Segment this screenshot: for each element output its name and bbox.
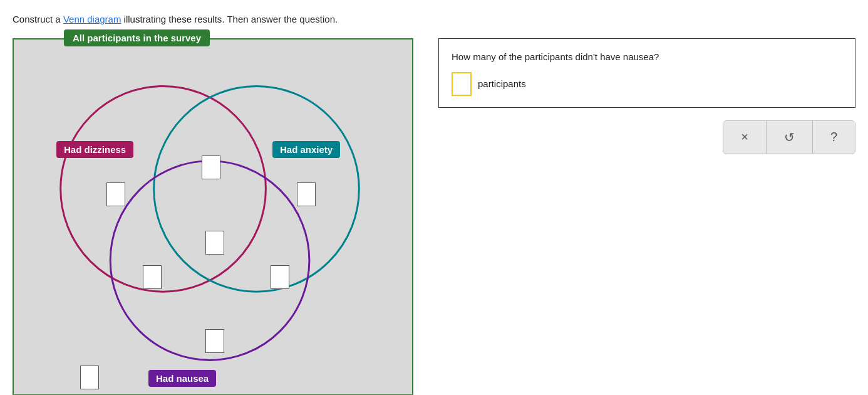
clear-icon: × xyxy=(741,130,748,144)
right-panel: How many of the participants didn't have… xyxy=(438,38,855,154)
input-anxiety-nausea[interactable] xyxy=(271,265,289,289)
venn-diagram-link[interactable]: Venn diagram xyxy=(63,14,121,24)
input-dizziness-nausea[interactable] xyxy=(143,265,162,289)
input-only-nausea[interactable] xyxy=(205,329,224,353)
question-text: How many of the participants didn't have… xyxy=(452,50,842,63)
input-all-three[interactable] xyxy=(205,231,224,255)
nausea-label: Had nausea xyxy=(148,370,216,387)
undo-icon: ↺ xyxy=(784,130,795,145)
dizziness-label: Had dizziness xyxy=(56,141,133,158)
undo-button[interactable]: ↺ xyxy=(767,121,813,154)
help-icon: ? xyxy=(830,130,837,144)
venn-diagram-container: All participants in the survey Had dizzi… xyxy=(13,38,413,396)
svg-point-1 xyxy=(154,86,359,292)
help-button[interactable]: ? xyxy=(813,121,855,154)
answer-row: participants xyxy=(452,72,842,96)
input-outside-all[interactable] xyxy=(80,366,99,389)
input-only-anxiety[interactable] xyxy=(297,182,316,206)
answer-suffix-label: participants xyxy=(478,78,526,89)
svg-point-0 xyxy=(61,86,266,292)
instruction-text: Construct a Venn diagram illustrating th… xyxy=(13,13,855,27)
input-only-dizziness[interactable] xyxy=(106,182,125,206)
anxiety-label: Had anxiety xyxy=(272,141,340,158)
clear-button[interactable]: × xyxy=(723,121,767,154)
question-box: How many of the participants didn't have… xyxy=(438,38,855,108)
answer-input[interactable] xyxy=(452,72,472,96)
main-layout: All participants in the survey Had dizzi… xyxy=(13,38,855,396)
action-buttons-container: × ↺ ? xyxy=(723,120,855,154)
input-dizziness-anxiety[interactable] xyxy=(202,155,220,179)
